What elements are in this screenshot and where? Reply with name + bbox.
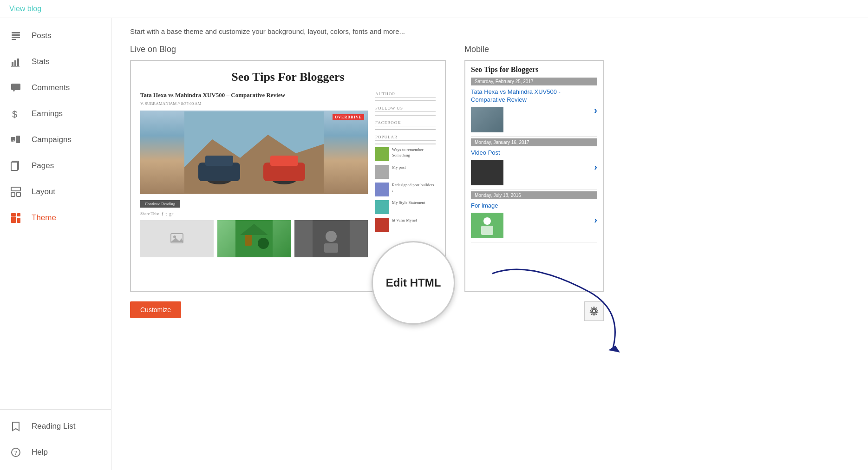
- svg-rect-29: [205, 156, 233, 166]
- popular-thumb-3: [375, 183, 389, 196]
- svg-text:$: $: [12, 109, 17, 119]
- svg-rect-15: [11, 162, 18, 170]
- edit-html-label: Edit HTML: [386, 276, 441, 290]
- svg-rect-2: [12, 37, 20, 38]
- gear-button[interactable]: [584, 301, 604, 321]
- svg-point-46: [593, 310, 596, 313]
- stats-icon: [9, 55, 22, 68]
- mobile-post-link-2[interactable]: Video Post: [471, 149, 594, 157]
- mobile-date-1: Saturday, February 25, 2017: [471, 78, 597, 85]
- popular-text-1: Ways to remember Something: [392, 147, 436, 158]
- svg-rect-4: [12, 62, 13, 66]
- popular-item-2: My post: [375, 165, 436, 179]
- popular-thumb-4: [375, 200, 389, 214]
- sidebar-item-campaigns[interactable]: RD Campaigns: [0, 127, 111, 153]
- view-blog-link[interactable]: View blog: [9, 5, 41, 13]
- popular-thumb-5: [375, 218, 389, 232]
- svg-marker-9: [13, 90, 15, 92]
- sidebar-item-label-help: Help: [32, 448, 48, 457]
- svg-rect-21: [17, 213, 20, 216]
- popular-thumb-1: [375, 147, 389, 161]
- mobile-thumb-3: [471, 213, 503, 238]
- sidebar-item-label-pages: Pages: [32, 161, 54, 170]
- svg-rect-1: [12, 34, 20, 36]
- sidebar-item-label-comments: Comments: [32, 83, 70, 92]
- theme-icon: [9, 211, 22, 224]
- svg-marker-47: [608, 346, 620, 352]
- popular-text-4: My Style Statement: [392, 200, 425, 206]
- svg-rect-22: [17, 218, 20, 223]
- share-row: Share This: f t g+: [140, 211, 368, 216]
- blog-bottom-images: [140, 220, 368, 257]
- svg-text:RD: RD: [12, 139, 16, 142]
- blog-main-image: OVERDRIVE: [140, 111, 368, 194]
- svg-rect-20: [11, 213, 16, 216]
- mobile-chevron-2: ›: [594, 162, 597, 172]
- svg-rect-32: [270, 156, 298, 166]
- svg-rect-42: [324, 243, 338, 253]
- previews-row: Live on Blog Seo Tips For Bloggers Tata …: [130, 45, 849, 321]
- popular-text-5: ht Valin Mynel: [392, 218, 417, 223]
- sidebar-item-reading-list[interactable]: Reading List: [0, 413, 111, 439]
- reading-list-icon: [9, 420, 22, 433]
- fb-share-icon[interactable]: f: [162, 211, 163, 216]
- mobile-post-link-3[interactable]: For image: [471, 202, 594, 210]
- sidebar-item-label-layout: Layout: [32, 187, 55, 196]
- svg-point-44: [483, 217, 491, 225]
- sidebar-item-label-theme: Theme: [32, 213, 56, 222]
- sidebar-divider: [0, 409, 111, 410]
- sidebar-item-help[interactable]: ? Help: [0, 439, 111, 465]
- sidebar-item-stats[interactable]: Stats: [0, 49, 111, 75]
- svg-rect-45: [481, 226, 493, 235]
- mobile-post-item-3: Monday, July 18, 2016 For image ›: [471, 191, 597, 242]
- blog-post-meta: V. SUBRAMANIAM // 8:37:00 AM: [140, 101, 368, 106]
- sidebar-item-theme[interactable]: Theme: [0, 205, 111, 231]
- mobile-post-link-1[interactable]: Tata Hexa vs Mahindra XUV500 - Comparati…: [471, 88, 594, 104]
- facebook-label: FACEBOOK: [375, 120, 436, 126]
- twitter-share-icon[interactable]: t: [165, 211, 167, 216]
- sidebar-item-label-reading-list: Reading List: [32, 422, 76, 431]
- sidebar-item-layout[interactable]: Layout: [0, 179, 111, 205]
- overdrive-badge: OVERDRIVE: [333, 114, 364, 120]
- main-layout: Posts Stats: [0, 18, 868, 470]
- mobile-post-item-1: Saturday, February 25, 2017 Tata Hexa vs…: [471, 78, 597, 137]
- gplus-share-icon[interactable]: g+: [169, 211, 174, 216]
- share-this-label: Share This:: [140, 211, 159, 216]
- mobile-date-2: Monday, January 16, 2017: [471, 138, 597, 146]
- blog-main-col: Tata Hexa vs Mahindra XUV500 – Comparati…: [140, 91, 368, 257]
- content-description: Start with a base theme and customize yo…: [130, 27, 849, 35]
- svg-rect-7: [11, 66, 20, 67]
- sidebar-item-earnings[interactable]: $ Earnings: [0, 101, 111, 127]
- popular-text-3: Redesigned post builders :: [392, 183, 436, 193]
- svg-rect-18: [17, 192, 20, 196]
- mobile-post-row-1: Tata Hexa vs Mahindra XUV500 - Comparati…: [471, 88, 597, 132]
- edit-html-button[interactable]: Edit HTML: [372, 241, 455, 325]
- pages-icon: [9, 159, 22, 172]
- live-on-blog-label: Live on Blog: [130, 45, 446, 54]
- svg-rect-12: [16, 136, 20, 143]
- svg-point-39: [258, 238, 269, 249]
- sidebar-item-comments[interactable]: Comments: [0, 75, 111, 101]
- customize-button[interactable]: Customize: [130, 301, 181, 318]
- svg-rect-3: [12, 39, 16, 40]
- svg-rect-8: [11, 84, 20, 90]
- sidebar-item-posts[interactable]: Posts: [0, 23, 111, 49]
- popular-label: POPULAR: [375, 135, 436, 141]
- follow-us-label: FOLLOW US: [375, 106, 436, 112]
- popular-item-1: Ways to remember Something: [375, 147, 436, 161]
- blog-preview-title: Seo Tips For Bloggers: [140, 70, 436, 84]
- help-icon: ?: [9, 446, 22, 459]
- popular-thumb-2: [375, 165, 389, 179]
- mobile-post-row-3: For image ›: [471, 202, 597, 238]
- svg-marker-35: [171, 238, 183, 242]
- mobile-preview-frame: Seo Tips for Bloggers Saturday, February…: [464, 60, 604, 292]
- continue-reading-btn[interactable]: Continue Reading: [140, 200, 180, 208]
- bottom-img-3: [294, 220, 368, 257]
- sidebar-item-label-stats: Stats: [32, 57, 50, 66]
- mobile-thumb-1: [471, 107, 503, 132]
- sidebar-item-pages[interactable]: Pages: [0, 153, 111, 179]
- svg-point-41: [326, 231, 337, 242]
- popular-item-5: ht Valin Mynel: [375, 218, 436, 232]
- popular-item-3: Redesigned post builders :: [375, 183, 436, 196]
- campaigns-icon: RD: [9, 133, 22, 146]
